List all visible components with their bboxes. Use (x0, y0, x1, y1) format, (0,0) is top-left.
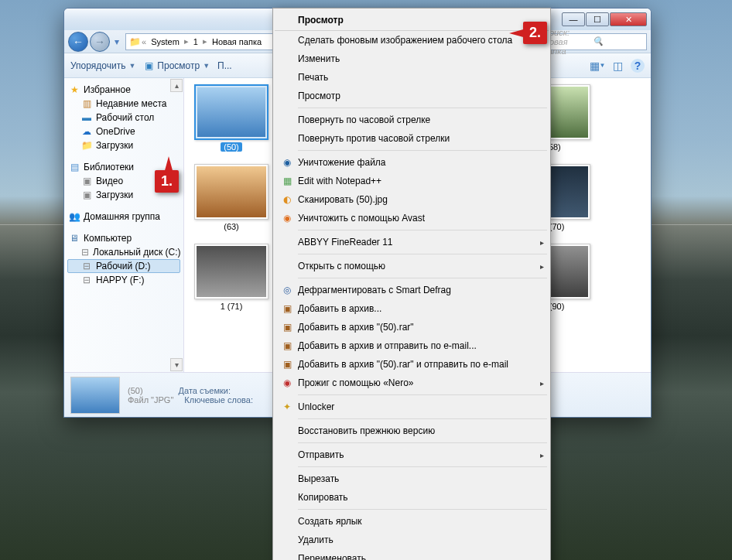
nav-desktop[interactable]: ▬Рабочий стол (67, 111, 180, 125)
ctx-nero[interactable]: ◉Прожиг с помощью «Nero» (275, 374, 549, 392)
drive-icon: ⊟ (81, 275, 92, 285)
preview-icon: ▣ (143, 60, 154, 71)
back-button[interactable]: ← (68, 32, 88, 52)
scroll-down[interactable]: ▾ (170, 358, 183, 371)
nav-onedrive[interactable]: ☁OneDrive (67, 125, 180, 138)
nav-recent[interactable]: ▥Недавние места (67, 97, 180, 111)
ctx-edit[interactable]: Изменить (275, 50, 549, 68)
ctx-label: Добавить в архив "(50).rar" (298, 322, 414, 333)
ctx-label: Уничтожение файла (298, 157, 386, 168)
ctx-label: Добавить в архив... (298, 303, 381, 314)
ctx-label: Edit with Notepad++ (298, 176, 381, 186)
nav-desktop-label: Рабочий стол (96, 112, 154, 123)
nav-downloads-label: Загрузки (96, 140, 133, 151)
context-menu[interactable]: Просмотр Сделать фоновым изображением ра… (272, 8, 551, 560)
libraries-icon: ▤ (69, 162, 80, 172)
ctx-shortcut[interactable]: Создать ярлык (275, 512, 549, 531)
drive-icon: ⊟ (81, 247, 89, 258)
ctx-label: Копировать (298, 492, 348, 503)
file-thumb-63[interactable]: (63) (190, 164, 272, 231)
ctx-add-archive[interactable]: ▣Добавить в архив... (275, 299, 549, 318)
ctx-rotate-ccw[interactable]: Повернуть против часовой стрелки (275, 129, 549, 148)
ctx-print[interactable]: Печать (275, 68, 549, 87)
forward-button[interactable]: → (90, 32, 110, 52)
ctx-cut[interactable]: Вырезать (275, 470, 549, 488)
file-label: (63) (224, 222, 239, 231)
nav-downloads[interactable]: 📁Загрузки (67, 138, 180, 152)
ctx-defrag[interactable]: ◎Дефрагментировать с Smart Defrag (275, 281, 549, 299)
ctx-rotate-cw[interactable]: Повернуть по часовой стрелке (275, 111, 549, 129)
video-icon: ▣ (81, 176, 92, 186)
minimize-button[interactable]: — (562, 12, 585, 26)
ctx-copy[interactable]: Копировать (275, 488, 549, 507)
favorites-header[interactable]: ★Избранное (67, 83, 180, 97)
slideshow-label: П... (217, 60, 232, 71)
nav-disk-d-label: Рабочий (D:) (96, 261, 151, 271)
breadcrumb-system[interactable]: System (148, 37, 183, 46)
breadcrumb-folder[interactable]: Новая папка (209, 37, 265, 46)
unlocker-icon: ✦ (279, 401, 295, 413)
ctx-label: Unlocker (298, 401, 334, 412)
ctx-add-email[interactable]: ▣Добавить в архив и отправить по e-mail.… (275, 336, 549, 355)
ctx-add-50rar[interactable]: ▣Добавить в архив "(50).rar" (275, 318, 549, 336)
ctx-scan[interactable]: ◐Сканировать (50).jpg (275, 190, 549, 209)
nav-disk-c[interactable]: ⊟Локальный диск (C:) (67, 245, 180, 259)
close-button[interactable]: ✕ (610, 12, 647, 26)
details-tags-key: Ключевые слова: (184, 395, 253, 405)
breadcrumb-1[interactable]: 1 (190, 37, 201, 46)
search-input[interactable]: Поиск: Новая папка 🔍 (539, 33, 647, 50)
slideshow-button[interactable]: П... (217, 60, 232, 71)
onedrive-icon: ☁ (81, 126, 92, 137)
file-label: (50) (221, 142, 242, 152)
ctx-label: ABBYY FineReader 11 (298, 237, 393, 248)
ctx-send[interactable]: Отправить (275, 446, 549, 464)
file-label: 1 (71) (221, 302, 243, 311)
winrar-icon: ▣ (279, 302, 295, 315)
folder-icon: 📁 (81, 140, 92, 151)
ctx-view[interactable]: Просмотр (275, 87, 549, 105)
computer-header[interactable]: 🖥Компьютер (67, 231, 180, 245)
homegroup-header[interactable]: 👥Домашняя группа (67, 210, 180, 224)
help-button[interactable]: ? (631, 59, 645, 73)
ctx-abbyy[interactable]: ABBYY FineReader 11 (275, 233, 549, 251)
ctx-label: Повернуть по часовой стрелке (298, 114, 430, 125)
nav-disk-d[interactable]: ⊟Рабочий (D:) (67, 259, 180, 273)
ctx-destroy[interactable]: ◉Уничтожение файла (275, 153, 549, 172)
ctx-header[interactable]: Просмотр (275, 10, 549, 31)
scroll-up[interactable]: ▴ (170, 79, 183, 92)
ctx-delete[interactable]: Удалить (275, 531, 549, 549)
ctx-rename[interactable]: Переименовать (275, 549, 549, 560)
ctx-label: Вырезать (298, 473, 339, 484)
ctx-notepad[interactable]: ▦Edit with Notepad++ (275, 172, 549, 190)
file-thumb-50[interactable]: (50) (190, 84, 272, 152)
preview-pane-button[interactable]: ◫ (611, 59, 624, 73)
navigation-pane[interactable]: ★Избранное ▥Недавние места ▬Рабочий стол… (64, 78, 184, 372)
ctx-label: Сделать фоновым изображением рабочего ст… (298, 35, 512, 46)
details-date-key: Дата съемки: (179, 386, 231, 395)
ctx-label: Повернуть против часовой стрелки (298, 133, 450, 144)
ctx-label: Просмотр (298, 90, 340, 101)
nav-history-dropdown[interactable]: ▾ (111, 32, 122, 52)
file-thumb-171[interactable]: 1 (71) (190, 244, 272, 311)
annotation-1: 1. (155, 170, 179, 193)
ctx-label: Создать ярлык (298, 516, 362, 527)
ctx-label: Изменить (298, 53, 340, 64)
organize-button[interactable]: Упорядочить▼ (70, 60, 135, 71)
ctx-add-50rar-email[interactable]: ▣Добавить в архив "(50).rar" и отправить… (275, 355, 549, 374)
ctx-open-with[interactable]: Открыть с помощью (275, 257, 549, 275)
ctx-label: Добавить в архив и отправить по e-mail..… (298, 340, 477, 351)
nav-disk-f[interactable]: ⊟HAPPY (F:) (67, 273, 180, 287)
ctx-set-wallpaper[interactable]: Сделать фоновым изображением рабочего ст… (275, 31, 549, 50)
view-button[interactable]: ▣ Просмотр▼ (143, 60, 210, 71)
maximize-button[interactable]: ☐ (586, 12, 609, 26)
shred-icon: ◉ (279, 156, 295, 169)
ctx-unlocker[interactable]: ✦Unlocker (275, 398, 549, 416)
downloads-icon: ▣ (81, 190, 92, 200)
winrar-icon: ▣ (279, 321, 295, 333)
ctx-restore[interactable]: Восстановить прежнюю версию (275, 422, 549, 440)
nav-disk-c-label: Локальный диск (C:) (93, 247, 180, 258)
view-mode-button[interactable]: ▦ ▼ (590, 59, 604, 73)
ctx-avast[interactable]: ◉Уничтожить с помощью Avast (275, 209, 549, 227)
notepad-icon: ▦ (279, 175, 295, 187)
ctx-label: Добавить в архив "(50).rar" и отправить … (298, 359, 508, 370)
